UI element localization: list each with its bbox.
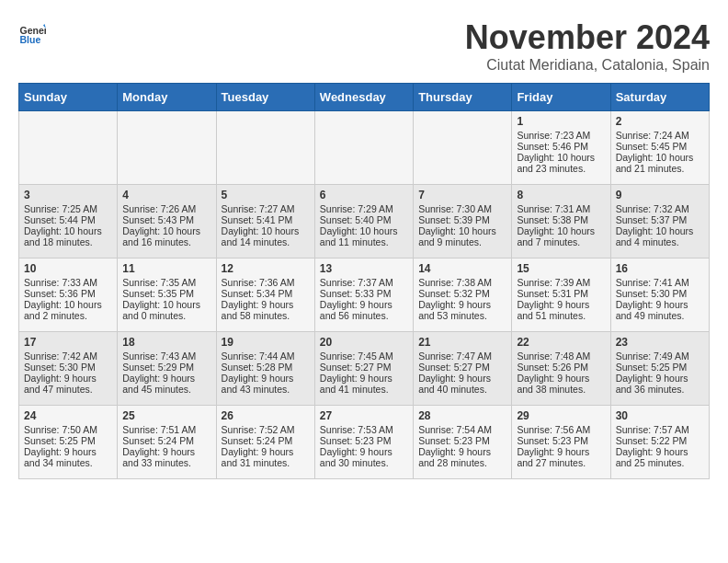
cell-week4-day6: 23Sunrise: 7:49 AMSunset: 5:25 PMDayligh… [610, 332, 709, 406]
sunrise-text: Sunrise: 7:25 AM [24, 203, 97, 214]
sunrise-text: Sunrise: 7:57 AM [616, 424, 689, 435]
sunrise-text: Sunrise: 7:50 AM [24, 424, 97, 435]
day-number: 12 [222, 262, 310, 275]
day-number: 16 [616, 262, 704, 275]
daylight-text: Daylight: 10 hours and 2 minutes. [24, 299, 102, 321]
day-number: 30 [616, 409, 704, 422]
month-title: November 2024 [465, 18, 710, 57]
day-number: 21 [418, 336, 506, 349]
cell-week3-day5: 15Sunrise: 7:39 AMSunset: 5:31 PMDayligh… [512, 259, 610, 332]
daylight-text: Daylight: 9 hours and 34 minutes. [24, 446, 97, 468]
day-number: 20 [320, 336, 408, 349]
sunset-text: Sunset: 5:35 PM [122, 288, 194, 299]
sunrise-text: Sunrise: 7:35 AM [122, 277, 196, 288]
sunset-text: Sunset: 5:23 PM [418, 435, 490, 446]
sunset-text: Sunset: 5:31 PM [517, 288, 588, 299]
sunrise-text: Sunrise: 7:52 AM [222, 424, 295, 435]
daylight-text: Daylight: 9 hours and 56 minutes. [320, 299, 392, 321]
sunrise-text: Sunrise: 7:56 AM [517, 424, 590, 435]
sunset-text: Sunset: 5:34 PM [222, 288, 293, 299]
daylight-text: Daylight: 10 hours and 14 minutes. [222, 225, 300, 247]
cell-week5-day6: 30Sunrise: 7:57 AMSunset: 5:22 PMDayligh… [610, 406, 709, 479]
daylight-text: Daylight: 10 hours and 11 minutes. [320, 225, 398, 247]
cell-week1-day5: 1Sunrise: 7:23 AMSunset: 5:46 PMDaylight… [512, 111, 610, 185]
sunset-text: Sunset: 5:29 PM [122, 362, 194, 373]
cell-week1-day1 [118, 111, 216, 185]
header-wednesday: Wednesday [314, 84, 413, 111]
day-number: 22 [517, 336, 605, 349]
sunset-text: Sunset: 5:37 PM [616, 214, 688, 225]
daylight-text: Daylight: 9 hours and 53 minutes. [418, 299, 491, 321]
day-number: 26 [222, 409, 310, 422]
sunset-text: Sunset: 5:38 PM [517, 214, 588, 225]
cell-week5-day2: 26Sunrise: 7:52 AMSunset: 5:24 PMDayligh… [216, 406, 314, 479]
sunrise-text: Sunrise: 7:24 AM [616, 130, 689, 141]
logo: General Blue [18, 18, 46, 46]
sunset-text: Sunset: 5:25 PM [24, 435, 96, 446]
day-number: 19 [222, 336, 310, 349]
sunset-text: Sunset: 5:26 PM [517, 362, 588, 373]
sunrise-text: Sunrise: 7:33 AM [24, 277, 97, 288]
daylight-text: Daylight: 9 hours and 38 minutes. [517, 373, 589, 395]
sunset-text: Sunset: 5:41 PM [222, 214, 293, 225]
header-sunday: Sunday [19, 84, 118, 111]
sunrise-text: Sunrise: 7:41 AM [616, 277, 689, 288]
daylight-text: Daylight: 10 hours and 16 minutes. [122, 225, 200, 247]
sunrise-text: Sunrise: 7:49 AM [616, 350, 689, 362]
day-number: 14 [418, 262, 506, 275]
day-number: 2 [616, 115, 704, 128]
cell-week5-day5: 29Sunrise: 7:56 AMSunset: 5:23 PMDayligh… [512, 406, 610, 479]
daylight-text: Daylight: 9 hours and 33 minutes. [122, 446, 195, 468]
sunrise-text: Sunrise: 7:42 AM [24, 350, 97, 362]
day-number: 25 [122, 409, 210, 422]
cell-week2-day3: 6Sunrise: 7:29 AMSunset: 5:40 PMDaylight… [314, 185, 413, 259]
sunrise-text: Sunrise: 7:53 AM [320, 424, 393, 435]
cell-week5-day3: 27Sunrise: 7:53 AMSunset: 5:23 PMDayligh… [314, 406, 413, 479]
header-saturday: Saturday [610, 84, 709, 111]
sunset-text: Sunset: 5:23 PM [320, 435, 392, 446]
sunrise-text: Sunrise: 7:32 AM [616, 203, 689, 214]
daylight-text: Daylight: 9 hours and 40 minutes. [418, 373, 491, 395]
daylight-text: Daylight: 9 hours and 36 minutes. [616, 373, 688, 395]
sunset-text: Sunset: 5:36 PM [24, 288, 96, 299]
cell-week3-day4: 14Sunrise: 7:38 AMSunset: 5:32 PMDayligh… [414, 259, 512, 332]
sunrise-text: Sunrise: 7:26 AM [122, 203, 196, 214]
daylight-text: Daylight: 9 hours and 45 minutes. [122, 373, 195, 395]
sunrise-text: Sunrise: 7:31 AM [517, 203, 590, 214]
daylight-text: Daylight: 10 hours and 4 minutes. [616, 225, 694, 247]
daylight-text: Daylight: 9 hours and 47 minutes. [24, 373, 97, 395]
cell-week1-day6: 2Sunrise: 7:24 AMSunset: 5:45 PMDaylight… [610, 111, 709, 185]
header-thursday: Thursday [414, 84, 512, 111]
sunset-text: Sunset: 5:32 PM [418, 288, 490, 299]
header-friday: Friday [512, 84, 610, 111]
cell-week2-day2: 5Sunrise: 7:27 AMSunset: 5:41 PMDaylight… [216, 185, 314, 259]
sunset-text: Sunset: 5:39 PM [418, 214, 490, 225]
cell-week3-day3: 13Sunrise: 7:37 AMSunset: 5:33 PMDayligh… [314, 259, 413, 332]
sunset-text: Sunset: 5:33 PM [320, 288, 392, 299]
header-tuesday: Tuesday [216, 84, 314, 111]
day-number: 27 [320, 409, 408, 422]
day-number: 28 [418, 409, 506, 422]
svg-text:Blue: Blue [20, 34, 41, 45]
daylight-text: Daylight: 10 hours and 18 minutes. [24, 225, 102, 247]
sunrise-text: Sunrise: 7:48 AM [517, 350, 590, 362]
week-row-5: 24Sunrise: 7:50 AMSunset: 5:25 PMDayligh… [19, 406, 710, 479]
day-number: 3 [24, 189, 112, 201]
cell-week4-day2: 19Sunrise: 7:44 AMSunset: 5:28 PMDayligh… [216, 332, 314, 406]
sunrise-text: Sunrise: 7:45 AM [320, 350, 393, 362]
daylight-text: Daylight: 9 hours and 58 minutes. [222, 299, 294, 321]
cell-week2-day5: 8Sunrise: 7:31 AMSunset: 5:38 PMDaylight… [512, 185, 610, 259]
day-number: 15 [517, 262, 605, 275]
logo-icon: General Blue [18, 18, 46, 46]
daylight-text: Daylight: 10 hours and 0 minutes. [122, 299, 200, 321]
cell-week1-day2 [216, 111, 314, 185]
sunset-text: Sunset: 5:45 PM [616, 141, 688, 152]
daylight-text: Daylight: 9 hours and 43 minutes. [222, 373, 294, 395]
week-row-1: 1Sunrise: 7:23 AMSunset: 5:46 PMDaylight… [19, 111, 710, 185]
calendar-table: Sunday Monday Tuesday Wednesday Thursday… [18, 83, 710, 479]
sunset-text: Sunset: 5:25 PM [616, 362, 688, 373]
day-number: 6 [320, 189, 408, 201]
daylight-text: Daylight: 10 hours and 23 minutes. [517, 152, 595, 174]
daylight-text: Daylight: 9 hours and 41 minutes. [320, 373, 392, 395]
day-number: 24 [24, 409, 112, 422]
